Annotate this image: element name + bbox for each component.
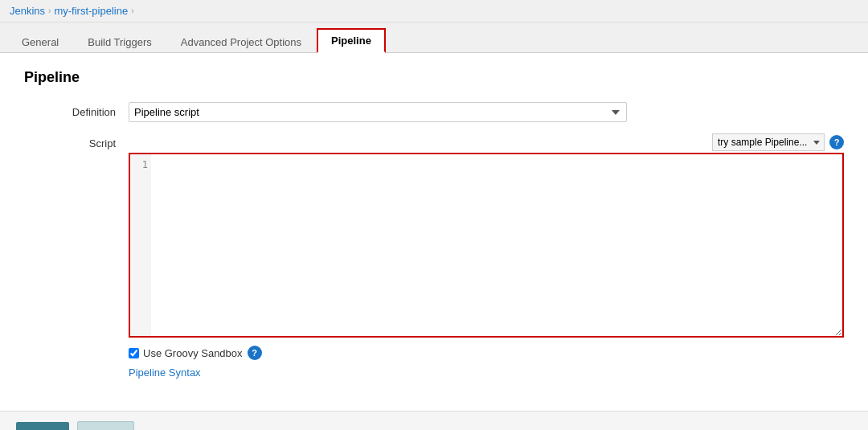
script-textarea[interactable] — [151, 153, 844, 338]
tab-build-triggers[interactable]: Build Triggers — [74, 31, 165, 53]
script-outer: 1 — [129, 153, 844, 338]
section-title: Pipeline — [24, 69, 844, 86]
breadcrumb-sep-2: › — [131, 6, 133, 15]
script-help-icon[interactable]: ? — [829, 135, 844, 149]
script-row: Script try sample Pipeline... Hello Worl… — [24, 133, 844, 338]
tab-advanced-project-options[interactable]: Advanced Project Options — [167, 31, 315, 53]
breadcrumb-sep-1: › — [48, 6, 51, 15]
definition-label: Definition — [24, 102, 129, 118]
apply-button[interactable]: Apply — [77, 421, 134, 430]
breadcrumb-pipeline[interactable]: my-first-pipeline — [54, 5, 128, 17]
sandbox-label[interactable]: Use Groovy Sandbox — [143, 347, 243, 359]
script-editor-wrap: try sample Pipeline... Hello World GitHu… — [129, 133, 844, 338]
sandbox-help-icon[interactable]: ? — [248, 346, 262, 360]
line-numbers: 1 — [129, 153, 151, 338]
save-button[interactable]: Save — [16, 422, 69, 430]
breadcrumb-jenkins[interactable]: Jenkins — [10, 5, 45, 17]
try-sample-select[interactable]: try sample Pipeline... Hello World GitHu… — [712, 133, 825, 151]
content-panel: Pipeline Definition Pipeline script Pipe… — [0, 53, 868, 411]
sandbox-row: Use Groovy Sandbox ? — [129, 346, 844, 360]
breadcrumb-bar: Jenkins › my-first-pipeline › — [0, 0, 868, 23]
script-toolbar: try sample Pipeline... Hello World GitHu… — [129, 133, 844, 151]
definition-control-wrap: Pipeline script Pipeline script from SCM — [129, 102, 844, 122]
action-bar: Save Apply — [0, 411, 868, 430]
tab-general[interactable]: General — [8, 31, 72, 53]
tab-bar: General Build Triggers Advanced Project … — [0, 23, 868, 53]
pipeline-syntax-link[interactable]: Pipeline Syntax — [129, 367, 844, 379]
script-label: Script — [24, 133, 129, 149]
definition-select[interactable]: Pipeline script Pipeline script from SCM — [129, 102, 627, 122]
main-content: General Build Triggers Advanced Project … — [0, 23, 868, 430]
sandbox-checkbox[interactable] — [129, 348, 139, 358]
definition-row: Definition Pipeline script Pipeline scri… — [24, 102, 844, 122]
tab-pipeline[interactable]: Pipeline — [317, 28, 386, 53]
